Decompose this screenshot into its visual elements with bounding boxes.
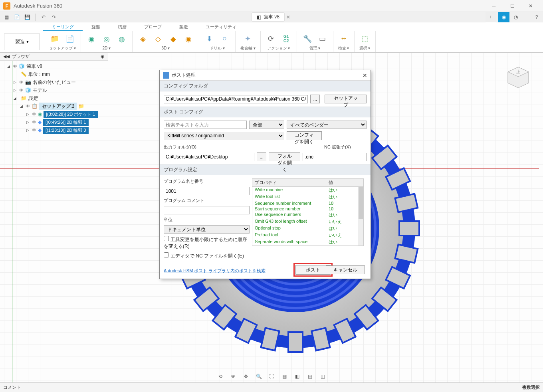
property-row[interactable]: Write machineはい <box>252 187 363 194</box>
filter-dropdown[interactable]: 全部 <box>249 121 284 129</box>
setup-sheet-icon[interactable]: 📄 <box>64 33 75 44</box>
property-row[interactable]: Sequence number increment10 <box>252 200 363 206</box>
measure-icon[interactable]: ↔ <box>338 33 349 44</box>
group-multiaxis: ✦ 複合軸 ▾ <box>236 31 261 52</box>
hole-icon[interactable]: ○ <box>219 33 230 44</box>
ribbon-tab-turning[interactable]: 旋盤 <box>83 22 109 31</box>
pocket-icon[interactable]: ◍ <box>116 34 127 45</box>
cancel-button[interactable]: キャンセル <box>326 265 365 274</box>
help-icon[interactable]: ? <box>533 13 541 21</box>
tool-library-icon[interactable]: 🔧 <box>302 33 313 44</box>
post-select[interactable]: KitMill series / originalmind <box>164 132 284 140</box>
close-window-button[interactable]: ✕ <box>521 0 540 12</box>
view-cube[interactable]: 上 <box>505 65 531 90</box>
reorder-checkbox[interactable] <box>164 236 169 241</box>
property-row[interactable]: Start sequence number10 <box>252 206 363 212</box>
grid-icon[interactable]: ▤ <box>305 372 314 381</box>
tree-op-2[interactable]: ▷👁◆[(0:49:26)] 2D 輪郭 1 <box>0 118 108 126</box>
data-panel-icon[interactable]: ▦ <box>2 13 10 21</box>
gcode-icon[interactable]: G1G2 <box>281 33 292 44</box>
orbit-icon[interactable]: ⟲ <box>216 372 225 381</box>
comment-label[interactable]: コメント <box>3 384 21 390</box>
maximize-button[interactable]: ☐ <box>503 0 521 12</box>
browse-output-button[interactable]: ... <box>257 152 266 161</box>
open-nc-checkbox[interactable] <box>164 252 169 257</box>
property-row[interactable]: Use sequence numbersはい <box>252 212 363 218</box>
tree-setups[interactable]: ◢📁設定 <box>0 94 108 102</box>
open-config-button[interactable]: コンフィグを開く <box>287 131 322 140</box>
unit-select[interactable]: ドキュメント単位 <box>164 225 250 234</box>
ribbon-tab-additive[interactable]: 積層 <box>109 22 135 31</box>
property-row[interactable]: Omit G43 tool length offsetいいえ <box>252 218 363 225</box>
open-folder-button[interactable]: フォルダを開く <box>269 152 300 161</box>
drill-icon[interactable]: ⬇ <box>204 33 215 44</box>
browse-config-button[interactable]: ... <box>310 95 320 103</box>
generate-icon[interactable]: ⟳ <box>266 33 277 44</box>
tree-units[interactable]: 📏単位 : mm <box>0 70 108 78</box>
ribbon-tab-milling[interactable]: ミーリング <box>43 22 83 31</box>
job-status-icon[interactable]: ◔ <box>512 13 520 21</box>
search-input[interactable] <box>164 121 247 129</box>
contour-icon[interactable]: ◎ <box>101 34 112 45</box>
save-icon[interactable]: 💾 <box>23 13 31 21</box>
document-tab[interactable]: ◧ 歯車 v8 <box>252 12 285 22</box>
swarf-icon[interactable]: ✦ <box>242 33 254 44</box>
face-icon[interactable]: ◉ <box>86 34 97 45</box>
property-row[interactable]: Preload toolいいえ <box>252 232 363 239</box>
ribbon-tab-fabrication[interactable]: 製造 <box>170 22 197 31</box>
effects-icon[interactable]: ◧ <box>293 372 301 381</box>
display-icon[interactable]: ▦ <box>280 372 289 381</box>
tree-setup1[interactable]: ◢👁📋セットアップ 1📁 <box>0 102 108 110</box>
vendor-dropdown[interactable]: すべてのベンダー <box>287 121 367 129</box>
machine-library-icon[interactable]: ▭ <box>317 33 328 44</box>
select-icon[interactable]: ⬚ <box>359 33 371 44</box>
undo-icon[interactable]: ↶ <box>40 13 48 21</box>
tree-op-3[interactable]: ▷👁◆[(1:23:13)] 2D 輪郭 3 <box>0 126 108 134</box>
property-row[interactable]: Optional stopはい <box>252 225 363 232</box>
spiral-icon[interactable]: ◉ <box>183 34 194 45</box>
pan-icon[interactable]: ✥ <box>242 372 250 381</box>
ribbon-tab-probe[interactable]: プローブ <box>135 22 170 31</box>
dialog-close-button[interactable]: ✕ <box>363 72 367 79</box>
scallop-icon[interactable]: ◆ <box>168 34 179 45</box>
workspace-switcher[interactable]: 製造 ▾ <box>4 34 40 50</box>
hsm-library-link[interactable]: Autodesk HSM ポスト ライブラリ内のポストを検索 <box>164 268 266 274</box>
look-icon[interactable]: 👁 <box>229 372 238 381</box>
new-tab-button[interactable]: ＋ <box>486 12 496 22</box>
group-select: ⬚ 選択 ▾ <box>355 31 376 52</box>
settings-dot-icon[interactable]: ◉ <box>101 54 105 59</box>
property-table[interactable]: プロパティ 値 Write machineはいWrite tool listはい… <box>252 178 364 246</box>
doc-name: 歯車 v8 <box>264 14 279 20</box>
minimize-button[interactable]: ─ <box>485 0 503 12</box>
tree-named-views[interactable]: ▷👁📷名前の付いたビュー <box>0 78 108 86</box>
ribbon-tab-utilities[interactable]: ユーティリティ <box>197 22 245 31</box>
extensions-button[interactable]: ◉ <box>498 12 509 22</box>
setup-folder-icon[interactable]: 📁 <box>49 33 60 44</box>
tree-root[interactable]: ◢👁🧊歯車 v8 <box>0 62 108 70</box>
config-folder-input[interactable] <box>164 95 308 103</box>
program-comment-label: プログラム コメント <box>164 198 250 204</box>
zoom-icon[interactable]: 🔍 <box>254 372 263 381</box>
parallel-icon[interactable]: ◇ <box>153 34 164 45</box>
program-comment-input[interactable] <box>164 206 250 214</box>
viewports-icon[interactable]: ◫ <box>318 372 327 381</box>
program-name-input[interactable] <box>164 187 250 195</box>
reorder-checkbox-label[interactable]: 工具変更を最小限にするために順序を変える(R) <box>164 236 250 250</box>
adaptive-icon[interactable]: ◈ <box>137 34 149 45</box>
file-menu-icon[interactable]: 📄 <box>13 13 21 21</box>
open-nc-checkbox-label[interactable]: エディタで NC ファイルを開く(E) <box>164 252 250 259</box>
property-row[interactable]: Write tool listはい <box>252 194 363 200</box>
property-scrollbar[interactable] <box>358 187 363 245</box>
fit-icon[interactable]: ⛶ <box>267 372 276 381</box>
tree-models[interactable]: ▷👁🧊モデル <box>0 86 108 94</box>
property-row[interactable]: Separate words with spaceはい <box>252 239 363 245</box>
collapse-icon[interactable]: ◀◀ <box>3 54 10 59</box>
property-row[interactable]: Show notesいいえ <box>252 245 363 246</box>
output-folder-input[interactable] <box>164 153 254 161</box>
tree-op-1[interactable]: ▷👁◉[(3:02:28)] 2D ポケット 1 <box>0 110 108 118</box>
nc-ext-input[interactable] <box>303 153 367 161</box>
post-button[interactable]: ポスト <box>295 265 331 275</box>
redo-icon[interactable]: ↷ <box>50 13 58 21</box>
tab-close-icon[interactable]: ✕ <box>285 14 292 20</box>
setup-button[interactable]: セットアップ <box>325 95 367 103</box>
